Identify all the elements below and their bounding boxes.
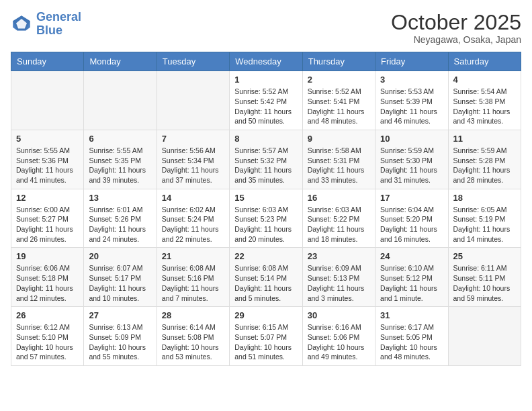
day-info: Sunrise: 5:59 AM Sunset: 5:30 PM Dayligh… (380, 146, 443, 185)
day-number: 19 (16, 251, 79, 261)
col-header-friday: Friday (375, 52, 448, 71)
calendar-header-row: SundayMondayTuesdayWednesdayThursdayFrid… (11, 52, 521, 71)
day-info: Sunrise: 5:54 AM Sunset: 5:38 PM Dayligh… (453, 87, 516, 126)
day-number: 24 (380, 251, 443, 261)
day-number: 21 (162, 251, 224, 261)
calendar-day-21: 21Sunrise: 6:08 AM Sunset: 5:16 PM Dayli… (157, 248, 229, 307)
calendar-day-22: 22Sunrise: 6:08 AM Sunset: 5:14 PM Dayli… (230, 248, 302, 307)
day-info: Sunrise: 6:01 AM Sunset: 5:26 PM Dayligh… (89, 205, 151, 244)
day-number: 8 (234, 134, 297, 144)
day-number: 15 (234, 193, 297, 203)
day-number: 17 (380, 193, 443, 203)
calendar-week-row: 12Sunrise: 6:00 AM Sunset: 5:27 PM Dayli… (11, 189, 521, 248)
day-number: 22 (234, 251, 297, 261)
calendar-day-27: 27Sunrise: 6:13 AM Sunset: 5:09 PM Dayli… (84, 307, 157, 366)
title-section: October 2025 Neyagawa, Osaka, Japan (391, 11, 521, 45)
day-number: 10 (380, 134, 443, 144)
calendar-day-17: 17Sunrise: 6:04 AM Sunset: 5:20 PM Dayli… (375, 189, 448, 248)
day-info: Sunrise: 6:14 AM Sunset: 5:08 PM Dayligh… (162, 322, 224, 362)
day-info: Sunrise: 6:17 AM Sunset: 5:05 PM Dayligh… (380, 322, 443, 362)
calendar-day-8: 8Sunrise: 5:57 AM Sunset: 5:32 PM Daylig… (230, 130, 302, 189)
calendar-week-row: 1Sunrise: 5:52 AM Sunset: 5:42 PM Daylig… (11, 71, 521, 130)
calendar-day-20: 20Sunrise: 6:07 AM Sunset: 5:17 PM Dayli… (84, 248, 157, 307)
day-info: Sunrise: 6:07 AM Sunset: 5:17 PM Dayligh… (89, 263, 151, 303)
day-number: 27 (89, 310, 151, 320)
day-info: Sunrise: 6:13 AM Sunset: 5:09 PM Dayligh… (89, 322, 151, 362)
logo-text: General Blue (36, 11, 81, 38)
calendar-day-12: 12Sunrise: 6:00 AM Sunset: 5:27 PM Dayli… (11, 189, 84, 248)
day-info: Sunrise: 6:02 AM Sunset: 5:24 PM Dayligh… (162, 205, 224, 244)
day-info: Sunrise: 5:55 AM Sunset: 5:35 PM Dayligh… (89, 146, 151, 185)
day-number: 16 (308, 193, 370, 203)
calendar-day-26: 26Sunrise: 6:12 AM Sunset: 5:10 PM Dayli… (11, 307, 84, 366)
col-header-monday: Monday (84, 52, 157, 71)
day-number: 9 (308, 134, 370, 144)
col-header-saturday: Saturday (448, 52, 521, 71)
logo-icon (11, 13, 32, 35)
location-subtitle: Neyagawa, Osaka, Japan (391, 34, 521, 45)
day-info: Sunrise: 6:10 AM Sunset: 5:12 PM Dayligh… (380, 263, 443, 303)
day-number: 3 (380, 75, 443, 85)
day-info: Sunrise: 6:06 AM Sunset: 5:18 PM Dayligh… (16, 263, 79, 303)
calendar-day-24: 24Sunrise: 6:10 AM Sunset: 5:12 PM Dayli… (375, 248, 448, 307)
day-number: 30 (308, 310, 370, 320)
col-header-thursday: Thursday (302, 52, 375, 71)
calendar-day-18: 18Sunrise: 6:05 AM Sunset: 5:19 PM Dayli… (448, 189, 521, 248)
empty-cell (11, 71, 84, 130)
calendar-day-7: 7Sunrise: 5:56 AM Sunset: 5:34 PM Daylig… (157, 130, 229, 189)
day-number: 12 (16, 193, 79, 203)
day-number: 14 (162, 193, 224, 203)
day-number: 5 (16, 134, 79, 144)
day-number: 4 (453, 75, 516, 85)
day-number: 2 (308, 75, 370, 85)
day-number: 31 (380, 310, 443, 320)
day-info: Sunrise: 5:52 AM Sunset: 5:41 PM Dayligh… (308, 87, 370, 126)
logo-line1: General (36, 10, 81, 24)
calendar-day-2: 2Sunrise: 5:52 AM Sunset: 5:41 PM Daylig… (302, 71, 375, 130)
calendar-day-4: 4Sunrise: 5:54 AM Sunset: 5:38 PM Daylig… (448, 71, 521, 130)
month-title: October 2025 (391, 11, 521, 34)
day-info: Sunrise: 6:15 AM Sunset: 5:07 PM Dayligh… (234, 322, 297, 362)
day-info: Sunrise: 5:53 AM Sunset: 5:39 PM Dayligh… (380, 87, 443, 126)
empty-cell (157, 71, 229, 130)
day-info: Sunrise: 6:05 AM Sunset: 5:19 PM Dayligh… (453, 205, 516, 244)
calendar-day-9: 9Sunrise: 5:58 AM Sunset: 5:31 PM Daylig… (302, 130, 375, 189)
calendar-week-row: 5Sunrise: 5:55 AM Sunset: 5:36 PM Daylig… (11, 130, 521, 189)
day-number: 25 (453, 251, 516, 261)
day-number: 18 (453, 193, 516, 203)
day-number: 1 (234, 75, 297, 85)
calendar-day-30: 30Sunrise: 6:16 AM Sunset: 5:06 PM Dayli… (302, 307, 375, 366)
day-number: 7 (162, 134, 224, 144)
col-header-wednesday: Wednesday (230, 52, 302, 71)
day-info: Sunrise: 5:55 AM Sunset: 5:36 PM Dayligh… (16, 146, 79, 185)
day-number: 20 (89, 251, 151, 261)
calendar-week-row: 19Sunrise: 6:06 AM Sunset: 5:18 PM Dayli… (11, 248, 521, 307)
day-number: 11 (453, 134, 516, 144)
col-header-sunday: Sunday (11, 52, 84, 71)
calendar-table: SundayMondayTuesdayWednesdayThursdayFrid… (11, 52, 521, 366)
day-info: Sunrise: 6:08 AM Sunset: 5:16 PM Dayligh… (162, 263, 224, 303)
day-info: Sunrise: 6:03 AM Sunset: 5:22 PM Dayligh… (308, 205, 370, 244)
calendar-day-5: 5Sunrise: 5:55 AM Sunset: 5:36 PM Daylig… (11, 130, 84, 189)
calendar-day-29: 29Sunrise: 6:15 AM Sunset: 5:07 PM Dayli… (230, 307, 302, 366)
calendar-day-23: 23Sunrise: 6:09 AM Sunset: 5:13 PM Dayli… (302, 248, 375, 307)
calendar-day-15: 15Sunrise: 6:03 AM Sunset: 5:23 PM Dayli… (230, 189, 302, 248)
day-info: Sunrise: 6:00 AM Sunset: 5:27 PM Dayligh… (16, 205, 79, 244)
calendar-day-16: 16Sunrise: 6:03 AM Sunset: 5:22 PM Dayli… (302, 189, 375, 248)
calendar-day-25: 25Sunrise: 6:11 AM Sunset: 5:11 PM Dayli… (448, 248, 521, 307)
day-number: 26 (16, 310, 79, 320)
calendar-day-13: 13Sunrise: 6:01 AM Sunset: 5:26 PM Dayli… (84, 189, 157, 248)
calendar-day-10: 10Sunrise: 5:59 AM Sunset: 5:30 PM Dayli… (375, 130, 448, 189)
day-number: 28 (162, 310, 224, 320)
calendar-day-11: 11Sunrise: 5:59 AM Sunset: 5:28 PM Dayli… (448, 130, 521, 189)
day-info: Sunrise: 6:08 AM Sunset: 5:14 PM Dayligh… (234, 263, 297, 303)
day-number: 6 (89, 134, 151, 144)
day-info: Sunrise: 5:58 AM Sunset: 5:31 PM Dayligh… (308, 146, 370, 185)
calendar-day-14: 14Sunrise: 6:02 AM Sunset: 5:24 PM Dayli… (157, 189, 229, 248)
calendar-day-3: 3Sunrise: 5:53 AM Sunset: 5:39 PM Daylig… (375, 71, 448, 130)
calendar-day-28: 28Sunrise: 6:14 AM Sunset: 5:08 PM Dayli… (157, 307, 229, 366)
day-info: Sunrise: 6:16 AM Sunset: 5:06 PM Dayligh… (308, 322, 370, 362)
day-info: Sunrise: 6:04 AM Sunset: 5:20 PM Dayligh… (380, 205, 443, 244)
day-info: Sunrise: 6:12 AM Sunset: 5:10 PM Dayligh… (16, 322, 79, 362)
calendar-day-1: 1Sunrise: 5:52 AM Sunset: 5:42 PM Daylig… (230, 71, 302, 130)
